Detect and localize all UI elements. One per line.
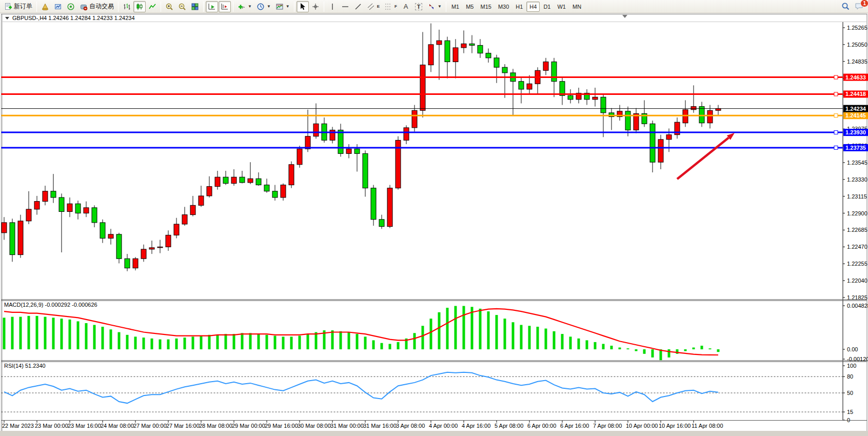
macd-histogram-bar — [77, 321, 80, 349]
crosshair-tool-button[interactable] — [309, 1, 322, 12]
arrow-objects-icon — [427, 3, 436, 11]
macd-histogram-bar — [463, 306, 465, 349]
arrows-tool-button[interactable]: ▼ — [425, 1, 444, 12]
macd-histogram-bar — [610, 346, 613, 349]
svg-text:10 Apr 00:00: 10 Apr 00:00 — [626, 423, 658, 429]
macd-histogram-bar — [446, 308, 449, 349]
macd-histogram-bar — [241, 333, 244, 349]
macd-histogram-bar — [118, 332, 121, 349]
fibonacci-icon — [384, 3, 393, 11]
auto-trading-icon — [80, 3, 88, 11]
chevron-down-icon: ▼ — [438, 4, 442, 9]
signals-button[interactable] — [65, 1, 77, 12]
chart-canvas[interactable]: GBPUSD-,H4 1.24246 1.24284 1.24233 1.242… — [0, 13, 868, 436]
macd-histogram-bar — [126, 335, 129, 349]
line-chart-mode-button[interactable] — [146, 1, 159, 12]
macd-histogram-bar — [372, 340, 375, 349]
macd-histogram-bar — [249, 333, 252, 349]
horizontal-line-tool-button[interactable] — [339, 1, 351, 12]
candlestick-mode-button[interactable] — [133, 1, 146, 12]
market-watch-button[interactable] — [52, 1, 64, 12]
new-order-button[interactable]: 新订单 — [2, 1, 34, 12]
macd-histogram-bar — [438, 312, 441, 349]
indicators-button[interactable]: ▼ — [235, 1, 254, 12]
trendline-tool-button[interactable] — [352, 1, 364, 12]
text-label-tool-button[interactable]: T — [412, 1, 425, 12]
line-handle[interactable] — [834, 92, 838, 96]
macd-histogram-bar — [422, 326, 424, 349]
macd-histogram-bar — [561, 334, 564, 349]
notifications-button[interactable]: 1 — [853, 1, 866, 12]
macd-histogram-bar — [389, 344, 391, 349]
timeframe-button-d1[interactable]: D1 — [540, 2, 554, 12]
svg-text:6 Apr 16:00: 6 Apr 16:00 — [560, 423, 589, 429]
macd-histogram-bar — [151, 339, 153, 349]
svg-text:1.22255: 1.22255 — [847, 261, 867, 267]
svg-text:1.24234: 1.24234 — [845, 106, 866, 112]
separator — [161, 2, 161, 12]
macd-histogram-bar — [668, 349, 670, 358]
timeframe-button-h4[interactable]: H4 — [526, 2, 540, 12]
periods-button[interactable]: ▼ — [254, 1, 273, 12]
toolbar: 新订单 自动交易 — [0, 0, 868, 13]
timeframe-button-mn[interactable]: MN — [569, 2, 584, 12]
history-center-button[interactable] — [39, 1, 51, 12]
fibonacci-tool-button[interactable]: F — [382, 1, 399, 12]
macd-histogram-bar — [356, 334, 359, 349]
tile-windows-button[interactable] — [189, 1, 201, 12]
svg-text:23 Mar 16:00: 23 Mar 16:00 — [68, 423, 101, 429]
macd-histogram-bar — [266, 335, 268, 349]
timeframe-button-m1[interactable]: M1 — [448, 2, 462, 12]
search-button[interactable] — [839, 1, 852, 12]
macd-histogram-bar — [709, 348, 712, 349]
macd-histogram-bar — [413, 333, 416, 349]
line-handle[interactable] — [834, 114, 838, 117]
macd-histogram-bar — [69, 320, 71, 349]
macd-histogram-bar — [85, 323, 88, 349]
macd-histogram-bar — [504, 319, 506, 349]
macd-histogram-bar — [430, 319, 432, 349]
zoom-out-button[interactable] — [176, 1, 188, 12]
auto-trading-button[interactable]: 自动交易 — [77, 1, 116, 12]
macd-histogram-bar — [717, 349, 720, 352]
zoom-in-button[interactable] — [163, 1, 175, 12]
separator — [36, 2, 37, 12]
macd-histogram-bar — [167, 340, 170, 349]
timeframe-button-m5[interactable]: M5 — [463, 2, 477, 12]
cursor-tool-button[interactable] — [297, 1, 309, 12]
macd-histogram-bar — [61, 319, 63, 349]
macd-histogram-bar — [602, 344, 605, 349]
auto-trading-label: 自动交易 — [89, 2, 114, 11]
line-handle[interactable] — [834, 131, 838, 134]
auto-scroll-icon — [208, 3, 216, 11]
text-tool-button[interactable]: A — [400, 1, 412, 12]
line-chart-icon — [148, 3, 156, 11]
chart-shift-button[interactable] — [219, 1, 231, 12]
timeframe-button-h1[interactable]: H1 — [512, 2, 526, 12]
svg-text:1.24145: 1.24145 — [845, 112, 866, 118]
macd-histogram-bar — [537, 327, 539, 349]
equidistant-channel-icon — [367, 3, 376, 11]
svg-text:28 Mar 08:00: 28 Mar 08:00 — [199, 423, 232, 429]
svg-text:GBPUSD-,H4 1.24246 1.24284 1.: GBPUSD-,H4 1.24246 1.24284 1.24233 1.242… — [12, 15, 135, 21]
macd-histogram-bar — [208, 335, 211, 349]
svg-text:1.23735: 1.23735 — [845, 145, 866, 151]
channel-tool-button[interactable]: E — [365, 1, 382, 12]
bar-chart-mode-button[interactable] — [121, 1, 133, 12]
vertical-line-tool-button[interactable] — [326, 1, 339, 12]
timeframe-button-m30[interactable]: M30 — [495, 2, 512, 12]
line-handle[interactable] — [834, 146, 838, 149]
notification-badge: 1 — [860, 0, 868, 7]
search-icon — [841, 2, 850, 11]
svg-text:-0.001201: -0.001201 — [847, 356, 868, 362]
timeframe-button-m15[interactable]: M15 — [477, 2, 494, 12]
cursor-arrow-icon — [299, 3, 307, 11]
chevron-down-icon: ▼ — [248, 4, 252, 9]
line-handle[interactable] — [834, 75, 838, 79]
templates-button[interactable]: ▼ — [273, 1, 292, 12]
timeframe-button-w1[interactable]: W1 — [554, 2, 569, 12]
chart-window[interactable]: GBPUSD-,H4 1.24246 1.24284 1.24233 1.242… — [0, 13, 868, 436]
auto-scroll-button[interactable] — [206, 1, 218, 12]
macd-histogram-bar — [578, 339, 580, 349]
macd-histogram-bar — [102, 327, 104, 349]
